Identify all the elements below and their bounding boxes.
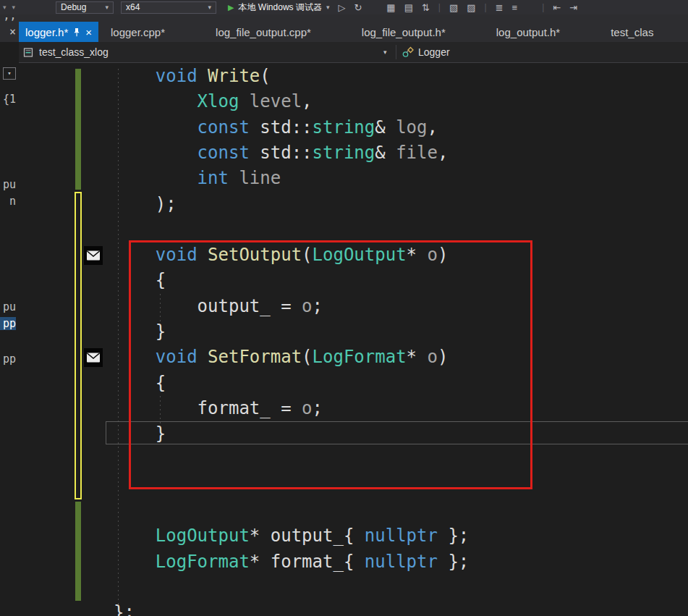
left-pane-text-fragment: n <box>0 195 16 208</box>
scope-dropdown[interactable]: test_class_xlog <box>23 42 109 62</box>
close-icon[interactable]: × <box>85 27 92 38</box>
tab-log_file_output-h[interactable]: log_file_output.h* <box>355 22 452 42</box>
tab-label: log_output.h* <box>496 26 560 38</box>
toolbar-icon[interactable]: ≡ <box>512 2 518 13</box>
toolbar-icon[interactable]: ≣ <box>496 2 504 13</box>
visual-studio-window: ▾ ▾ Debug ▾ x64 ▾ ▶ 本地 Windows 调试器 ▾ ▷ ↻… <box>0 0 688 616</box>
indent-guide <box>118 69 119 612</box>
mail-bookmark-icon[interactable] <box>84 246 103 265</box>
left-pane-text-fragment: × <box>0 25 16 38</box>
left-pane-sliver: ’’×▾{1punpupppp <box>0 14 20 616</box>
change-tracking-bar-saved <box>75 502 81 601</box>
platform-combobox[interactable]: x64 ▾ <box>121 1 216 14</box>
navbar-separator <box>396 45 396 59</box>
left-pane-text-fragment: ▾ <box>3 67 16 80</box>
left-pane-text-fragment: pu <box>0 178 16 191</box>
annotation-red-box <box>129 240 532 489</box>
tab-label: log_file_output.cpp* <box>216 26 311 38</box>
member-dropdown[interactable]: Logger <box>402 42 450 62</box>
start-debugging-label: 本地 Windows 调试器 <box>239 1 322 14</box>
member-label: Logger <box>418 46 450 58</box>
navigate-forward-icon[interactable]: ▾ <box>12 4 16 11</box>
change-tracking-bar-saved <box>75 69 81 190</box>
toolbar-separator: | <box>438 2 441 12</box>
left-pane-text-fragment: pp <box>0 317 16 330</box>
toolbar-icon[interactable]: ▨ <box>467 2 475 13</box>
left-pane-text-fragment: {1 <box>0 93 16 106</box>
tab-log_file_output-cpp[interactable]: log_file_output.cpp* <box>209 22 318 42</box>
chevron-down-icon[interactable]: ▾ <box>383 48 387 56</box>
tab-log_output-h[interactable]: log_output.h* <box>490 22 566 42</box>
chevron-down-icon: ▾ <box>106 4 109 11</box>
scope-label: test_class_xlog <box>39 46 109 58</box>
tab-logger-cpp[interactable]: logger.cpp* <box>104 22 171 42</box>
pin-icon[interactable] <box>73 28 80 37</box>
toolbar-icon[interactable]: ⇅ <box>422 2 430 13</box>
tab-bar: logger.h*×logger.cpp*log_file_output.cpp… <box>19 14 688 42</box>
toolbar-separator: | <box>542 2 544 12</box>
tab-label: log_file_output.h* <box>362 26 446 38</box>
configuration-label: Debug <box>61 2 86 12</box>
outdent-icon[interactable]: ⇤ <box>553 2 561 13</box>
navigate-back-icon[interactable]: ▾ <box>3 4 7 11</box>
navigation-bar: test_class_xlog ▾ Logger <box>19 42 688 63</box>
file-icon <box>23 47 34 58</box>
toolbar-separator: | <box>485 2 487 12</box>
left-pane-text-fragment: pp <box>0 353 16 366</box>
start-debugging-button[interactable]: ▶ 本地 Windows 调试器 ▾ <box>228 1 329 14</box>
chevron-down-icon: ▾ <box>326 4 330 11</box>
refresh-icon[interactable]: ↻ <box>354 2 362 13</box>
tab-label: test_clas <box>611 26 653 38</box>
tab-logger-h[interactable]: logger.h*× <box>19 22 98 42</box>
class-icon <box>402 46 414 58</box>
left-pane-text-fragment: pu <box>0 300 16 313</box>
change-tracking-bar-unsaved <box>75 192 82 499</box>
toolbar-icon[interactable]: ▤ <box>404 2 413 13</box>
indent-icon[interactable]: ⇥ <box>569 2 577 13</box>
platform-label: x64 <box>126 2 140 12</box>
tab-label: logger.h* <box>25 26 68 38</box>
chevron-down-icon: ▾ <box>208 4 212 11</box>
configuration-combobox[interactable]: Debug ▾ <box>56 1 114 14</box>
toolbar-icon[interactable]: ▦ <box>386 2 395 13</box>
play-icon: ▶ <box>228 3 234 12</box>
start-without-debugging-icon[interactable]: ▷ <box>338 2 345 13</box>
toolbar-icon[interactable]: ▧ <box>449 2 458 13</box>
mail-bookmark-icon[interactable] <box>84 348 103 367</box>
tab-label: logger.cpp* <box>111 26 165 38</box>
tab-test_clas[interactable]: test_clas <box>604 22 660 42</box>
toolbar: ▾ ▾ Debug ▾ x64 ▾ ▶ 本地 Windows 调试器 ▾ ▷ ↻… <box>0 0 688 15</box>
